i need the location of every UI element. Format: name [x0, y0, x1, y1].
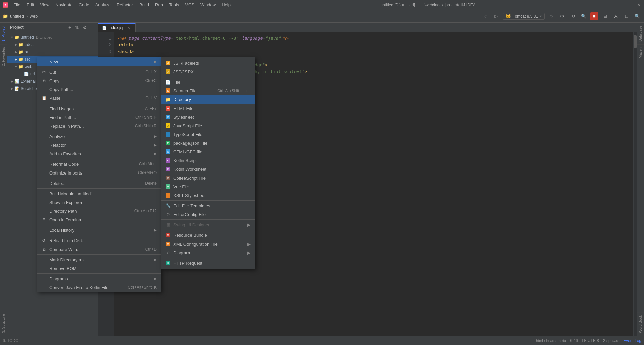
- sub-item-jsp[interactable]: J JSP/JSPX: [161, 67, 255, 76]
- menu-window[interactable]: Window: [198, 2, 218, 8]
- ctx-item-open-terminal[interactable]: ⊞ Open in Terminal: [37, 215, 161, 224]
- sub-item-kotlin-ws[interactable]: K Kotlin Worksheet: [161, 165, 255, 174]
- menu-analyze[interactable]: Analyze: [93, 2, 113, 8]
- sub-item-coffee[interactable]: C CoffeeScript File: [161, 174, 255, 182]
- menu-tools[interactable]: Tools: [166, 2, 182, 8]
- menu-edit[interactable]: Edit: [24, 2, 37, 8]
- tab-database[interactable]: Database: [637, 23, 644, 44]
- ctx-item-replace-in-path[interactable]: Replace in Path... Ctrl+Shift+R: [37, 122, 161, 130]
- sub-item-ts[interactable]: T TypeScript File: [161, 130, 255, 139]
- nav-forward-button[interactable]: ▷: [492, 12, 500, 20]
- menu-file[interactable]: File: [11, 2, 23, 8]
- tree-arrow-scratches[interactable]: ▶: [10, 87, 14, 91]
- ctx-item-reload[interactable]: ⟳ Reload from Disk: [37, 236, 161, 245]
- sub-item-scratch[interactable]: S Scratch File Ctrl+Alt+Shift+Insert: [161, 86, 255, 95]
- sub-item-html[interactable]: H HTML File: [161, 104, 255, 113]
- sub-item-edit-templates[interactable]: 🔧 Edit File Templates...: [161, 201, 255, 210]
- sub-item-file[interactable]: 📄 File: [161, 78, 255, 86]
- sub-item-cfml[interactable]: C CFML/CFC file: [161, 147, 255, 156]
- todo-indicator[interactable]: 6: TODO: [3, 338, 19, 343]
- indent-indicator[interactable]: 2 spaces: [603, 338, 619, 343]
- tree-arrow-idea[interactable]: ▶: [14, 43, 18, 47]
- editor-scrollbar[interactable]: [633, 32, 637, 336]
- stop-button[interactable]: ■: [590, 12, 598, 20]
- ctx-item-copy[interactable]: ⎘ Copy Ctrl+C: [37, 76, 161, 85]
- toolbar-btn-1[interactable]: ⟳: [547, 12, 555, 20]
- ctx-item-reformat[interactable]: Reformat Code Ctrl+Alt+L: [37, 160, 161, 168]
- sub-item-vue[interactable]: V Vue File: [161, 182, 255, 191]
- ctx-item-directory-path[interactable]: Directory Path Ctrl+Alt+F12: [37, 207, 161, 215]
- ctx-item-find-in-path[interactable]: Find in Path... Ctrl+Shift+F: [37, 113, 161, 122]
- menu-bar[interactable]: File Edit View Navigate Code Analyze Ref…: [11, 2, 233, 8]
- ctx-item-new[interactable]: New ▶: [37, 57, 161, 66]
- ctx-item-show-explorer[interactable]: Show in Explorer: [37, 198, 161, 207]
- menu-refactor[interactable]: Refactor: [114, 2, 136, 8]
- ctx-item-optimize-imports[interactable]: Optimize Imports Ctrl+Alt+O: [37, 168, 161, 177]
- ctx-item-compare[interactable]: ⧉ Compare With... Ctrl+D: [37, 245, 161, 254]
- encoding-indicator[interactable]: LF UTF-8: [582, 338, 599, 343]
- tree-arrow-web[interactable]: ▼: [14, 65, 18, 69]
- tree-arrow-root[interactable]: ▼: [10, 35, 14, 39]
- minimize-button[interactable]: —: [623, 2, 628, 8]
- menu-view[interactable]: View: [37, 2, 52, 8]
- panel-add-button[interactable]: +: [67, 24, 73, 30]
- ctx-item-add-favorites[interactable]: Add to Favorites ▶: [37, 149, 161, 158]
- ctx-item-convert-java[interactable]: Convert Java File to Kotlin File Ctrl+Al…: [37, 283, 161, 292]
- sub-item-http-request[interactable]: H HTTP Request: [161, 259, 255, 267]
- ctx-item-build-module[interactable]: Build Module 'untitled': [37, 189, 161, 198]
- toolbar-btn-7[interactable]: □: [623, 12, 631, 20]
- sub-item-js[interactable]: J JavaScript File: [161, 121, 255, 130]
- tree-item-out[interactable]: ▶ 📁 out: [7, 48, 98, 56]
- search-button[interactable]: 🔍: [633, 12, 641, 20]
- menu-run[interactable]: Run: [152, 2, 166, 8]
- tree-arrow-external[interactable]: ▶: [10, 79, 14, 83]
- submenu-new[interactable]: J JSF/Facelets J JSP/JSPX 📄 File S Scrat…: [161, 57, 255, 269]
- close-button[interactable]: ✕: [636, 2, 641, 8]
- menu-build[interactable]: Build: [137, 2, 152, 8]
- tab-structure[interactable]: 3: Structure: [0, 311, 7, 336]
- status-left[interactable]: 6: TODO: [3, 338, 19, 343]
- sub-item-resource-bundle[interactable]: R Resource Bundle: [161, 231, 255, 239]
- sub-item-jsf[interactable]: J JSF/Facelets: [161, 59, 255, 67]
- tab-maven[interactable]: Maven: [637, 44, 644, 61]
- ctx-item-refactor[interactable]: Refactor ▶: [37, 141, 161, 149]
- tree-arrow-out[interactable]: ▶: [14, 50, 18, 54]
- context-menu[interactable]: New ▶ ✂ Cut Ctrl+X ⎘ Copy Ctrl+C Copy Pa…: [37, 57, 161, 292]
- sub-item-kotlin-script[interactable]: K Kotlin Script: [161, 156, 255, 165]
- nav-back-button[interactable]: ◁: [481, 12, 489, 20]
- tab-favorites[interactable]: 2: Favorites: [0, 44, 7, 69]
- ctx-item-copy-path[interactable]: Copy Path...: [37, 85, 161, 94]
- tree-item-idea[interactable]: ▶ 📁 .idea: [7, 41, 98, 48]
- position-indicator[interactable]: 6:46: [570, 338, 578, 343]
- sub-item-xslt[interactable]: X XSLT Stylesheet: [161, 191, 255, 200]
- toolbar-btn-4[interactable]: 🔍: [580, 12, 588, 20]
- sub-item-swing[interactable]: ▦ Swing UI Designer ▶: [161, 220, 255, 229]
- sub-item-stylesheet[interactable]: C Stylesheet: [161, 113, 255, 121]
- ctx-item-paste[interactable]: 📋 Paste Ctrl+V: [37, 94, 161, 102]
- menu-code[interactable]: Code: [76, 2, 92, 8]
- toolbar-btn-6[interactable]: A: [612, 12, 620, 20]
- tree-item-root[interactable]: ▼ 📁 untitled D:\untitled: [7, 33, 98, 41]
- sub-item-directory[interactable]: 📁 Directory: [161, 95, 255, 104]
- status-right[interactable]: html › head › meta 6:46 LF UTF-8 2 space…: [536, 338, 641, 343]
- panel-minimize-button[interactable]: —: [89, 24, 95, 30]
- tab-index-jsp[interactable]: 📄 index.jsp ✕: [98, 23, 136, 32]
- ctx-item-remove-bom[interactable]: Remove BOM: [37, 264, 161, 273]
- ctx-item-local-history[interactable]: Local History ▶: [37, 226, 161, 234]
- menu-vcs[interactable]: VCS: [182, 2, 197, 8]
- run-config-selector[interactable]: 🐱 Tomcat 8.5.31 ▾: [503, 13, 545, 20]
- tree-arrow-src[interactable]: ▶: [14, 57, 18, 61]
- ctx-item-analyze[interactable]: Analyze ▶: [37, 132, 161, 141]
- window-controls[interactable]: — □ ✕: [623, 2, 641, 8]
- ctx-item-mark-directory[interactable]: Mark Directory as ▶: [37, 255, 161, 264]
- ctx-item-find-usages[interactable]: Find Usages Alt+F7: [37, 104, 161, 113]
- tab-project[interactable]: 1: Project: [0, 23, 7, 44]
- event-log-button[interactable]: Event Log: [623, 338, 641, 343]
- ctx-item-delete[interactable]: Delete... Delete: [37, 179, 161, 188]
- maximize-button[interactable]: □: [629, 2, 635, 8]
- menu-navigate[interactable]: Navigate: [53, 2, 75, 8]
- tab-word-book[interactable]: Word Book: [637, 312, 644, 336]
- toolbar-btn-3[interactable]: ⟲: [569, 12, 577, 20]
- toolbar-btn-2[interactable]: ⚙: [558, 12, 566, 20]
- ctx-item-diagrams[interactable]: Diagrams ▶: [37, 274, 161, 283]
